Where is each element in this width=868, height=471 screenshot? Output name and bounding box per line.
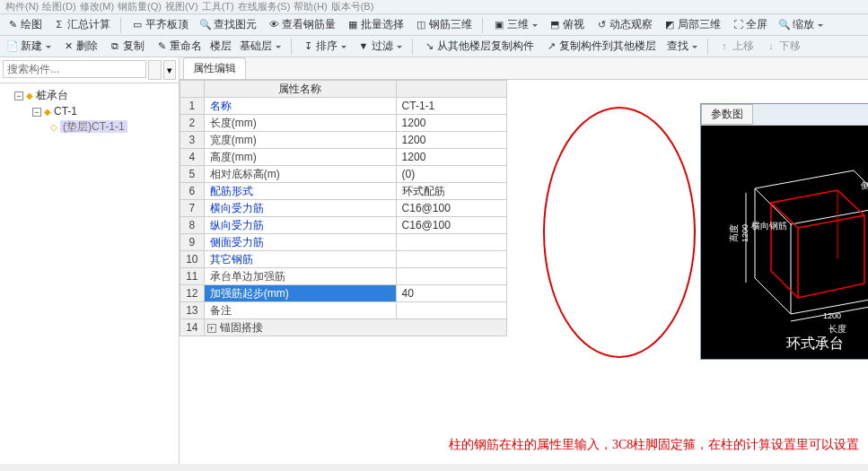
prop-name[interactable]: 纵向受力筋 xyxy=(204,217,396,234)
delete-button[interactable]: ✕删除 xyxy=(59,38,101,55)
local3d-icon: ◩ xyxy=(663,19,676,31)
top-icon: ⬒ xyxy=(548,19,561,31)
sum-tool[interactable]: Σ汇总计算 xyxy=(50,16,113,33)
toolbar-view: ✎绘图 Σ汇总计算 ▭平齐板顶 🔍查找图元 👁查看钢筋量 ▦批量选择 ◫钢筋三维… xyxy=(0,14,868,36)
tree-root[interactable]: −◆桩承台 xyxy=(2,87,177,104)
prop-row[interactable]: 1名称CT-1-1 xyxy=(180,98,507,115)
row-idx: 11 xyxy=(180,268,205,285)
collapse-icon: − xyxy=(14,92,23,100)
export-icon: ↗ xyxy=(545,40,557,53)
prop-value[interactable] xyxy=(396,234,506,251)
sort-icon: ↧ xyxy=(302,40,314,53)
search-button[interactable]: 查找 xyxy=(664,38,700,55)
label-hx: 横向钢筋 xyxy=(751,221,787,231)
prop-name[interactable]: 名称 xyxy=(204,98,396,115)
prop-row[interactable]: 6配筋形式环式配筋 xyxy=(180,183,507,200)
rename-button[interactable]: ✎重命名 xyxy=(153,38,205,55)
prop-value[interactable]: 1200 xyxy=(396,132,506,149)
prop-name[interactable]: 配筋形式 xyxy=(204,183,396,200)
tab-properties[interactable]: 属性编辑 xyxy=(183,57,246,79)
left-panel: ▾ −◆桩承台 −◆CT-1 ◇(垫层)CT-1-1 xyxy=(0,57,180,464)
prop-name[interactable]: 相对底标高(m) xyxy=(204,166,396,183)
row-idx: 3 xyxy=(180,132,205,149)
full-screen-tool[interactable]: ⛶全屏 xyxy=(729,16,770,33)
tree-child-selected[interactable]: ◇(垫层)CT-1-1 xyxy=(2,118,177,135)
prop-value[interactable]: C16@100 xyxy=(396,200,506,217)
new-icon: 📄 xyxy=(6,40,19,53)
prop-row[interactable]: 10其它钢筋 xyxy=(180,251,507,268)
prop-value[interactable]: 40 xyxy=(396,285,506,302)
prop-value[interactable] xyxy=(396,268,506,285)
schematic: 横向钢筋 侧面钢筋 长度 高度 宽度 1200 1200 1500 环式承台 xyxy=(701,126,868,359)
prop-value[interactable] xyxy=(396,302,506,319)
prop-value[interactable]: C16@100 xyxy=(396,217,506,234)
move-up-button[interactable]: ↑上移 xyxy=(715,38,757,55)
prop-row[interactable]: 5相对底标高(m)(0) xyxy=(180,166,507,183)
prop-name[interactable]: 横向受力筋 xyxy=(204,200,396,217)
prop-value[interactable]: 1200 xyxy=(396,115,506,132)
prop-name[interactable]: 加强筋起步(mm) xyxy=(204,285,396,302)
prop-value[interactable]: (0) xyxy=(396,166,506,183)
prop-row[interactable]: 11承台单边加强筋 xyxy=(180,268,507,285)
up-icon: ↑ xyxy=(718,40,731,53)
prop-name[interactable]: 长度(mm) xyxy=(204,115,396,132)
row-idx: 6 xyxy=(180,183,205,200)
local-3d-tool[interactable]: ◩局部三维 xyxy=(661,16,723,33)
prop-body: 属性名称 1名称CT-1-12长度(mm)12003宽度(mm)12004高度(… xyxy=(180,79,868,464)
view-3d-tool[interactable]: ▣三维 xyxy=(490,16,540,33)
expand-row[interactable]: +锚固搭接 xyxy=(204,319,506,336)
prop-row[interactable]: 9侧面受力筋 xyxy=(180,234,507,251)
search-go[interactable] xyxy=(148,60,162,80)
col-idx xyxy=(180,81,205,98)
select-icon: ▦ xyxy=(346,19,359,31)
new-button[interactable]: 📄新建 xyxy=(4,38,54,55)
label-h: 高度 xyxy=(729,224,739,242)
prop-name[interactable]: 承台单边加强筋 xyxy=(204,268,396,285)
move-down-button[interactable]: ↓下移 xyxy=(762,38,803,55)
prop-name[interactable]: 高度(mm) xyxy=(204,149,396,166)
right-panel: 属性编辑 属性名称 1名称CT-1-12长度(mm)12003宽度(mm)120… xyxy=(180,57,868,464)
folder-icon: ◆ xyxy=(26,91,33,100)
dyn-view-tool[interactable]: ↺动态观察 xyxy=(592,16,655,33)
copy-from-button[interactable]: ↘从其他楼层复制构件 xyxy=(420,38,537,55)
prop-name[interactable]: 宽度(mm) xyxy=(204,132,396,149)
find-elem-tool[interactable]: 🔍查找图元 xyxy=(197,16,259,33)
prop-row[interactable]: 3宽度(mm)1200 xyxy=(180,132,507,149)
prop-value[interactable] xyxy=(396,251,506,268)
zoom-tool[interactable]: 🔍缩放 xyxy=(776,16,826,33)
separator xyxy=(120,17,121,33)
sort-button[interactable]: ↧排序 xyxy=(299,38,349,55)
copy-button[interactable]: ⧉复制 xyxy=(106,38,147,55)
prop-row[interactable]: 4高度(mm)1200 xyxy=(180,149,507,166)
prop-name[interactable]: 备注 xyxy=(204,302,396,319)
row-idx: 5 xyxy=(180,166,205,183)
prop-row[interactable]: 12加强筋起步(mm)40 xyxy=(180,285,507,302)
prop-value[interactable]: 1200 xyxy=(396,149,506,166)
row-idx: 2 xyxy=(180,115,205,132)
rebar-3d-tool[interactable]: ◫钢筋三维 xyxy=(412,16,475,33)
flush-top-tool[interactable]: ▭平齐板顶 xyxy=(128,16,191,33)
top-view-tool[interactable]: ⬒俯视 xyxy=(546,16,587,33)
copy-to-button[interactable]: ↗复制构件到其他楼层 xyxy=(542,38,659,55)
prop-value[interactable]: CT-1-1 xyxy=(396,98,506,115)
base-dropdown[interactable]: 基础层 xyxy=(237,38,284,55)
batch-select-tool[interactable]: ▦批量选择 xyxy=(344,16,407,33)
tree-child-ct1[interactable]: −◆CT-1 xyxy=(2,104,177,118)
search-input[interactable] xyxy=(3,60,146,78)
draw-tool[interactable]: ✎绘图 xyxy=(4,16,45,33)
fullscreen-icon: ⛶ xyxy=(732,19,744,31)
prop-row[interactable]: 8纵向受力筋C16@100 xyxy=(180,217,507,234)
prop-name[interactable]: 其它钢筋 xyxy=(204,251,396,268)
node-icon: ◆ xyxy=(44,107,51,117)
prop-row[interactable]: 13备注 xyxy=(180,302,507,319)
prop-value[interactable]: 环式配筋 xyxy=(396,183,506,200)
prop-name[interactable]: 侧面受力筋 xyxy=(204,234,396,251)
filter-button[interactable]: ▼过滤 xyxy=(355,38,405,55)
check-rebar-tool[interactable]: 👁查看钢筋量 xyxy=(265,16,338,33)
prop-row[interactable]: 2长度(mm)1200 xyxy=(180,115,507,132)
param-panel: 参数图 xyxy=(700,103,868,360)
prop-row[interactable]: 7横向受力筋C16@100 xyxy=(180,200,507,217)
search-more[interactable]: ▾ xyxy=(163,60,177,80)
row-idx: 7 xyxy=(180,200,205,217)
collapse-icon: − xyxy=(32,108,41,117)
